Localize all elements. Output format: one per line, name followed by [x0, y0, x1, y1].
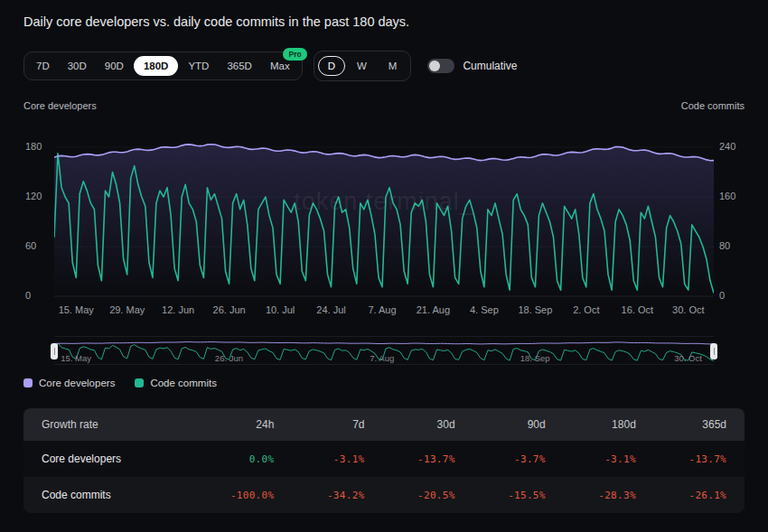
x-axis-label: 15. May: [59, 304, 95, 315]
legend-label: Core developers: [39, 378, 115, 388]
legend-item-code-commits[interactable]: Code commits: [135, 378, 217, 388]
y-axis-tick-right: 80: [719, 240, 730, 251]
x-axis-label: 7. Aug: [368, 304, 396, 315]
growth-rate-table: Growth rate 24h 7d 30d 90d 180d 365d Cor…: [23, 408, 745, 513]
table-header-cell: 180d: [564, 408, 654, 441]
x-axis-label: 30. Oct: [672, 304, 704, 315]
x-axis-label: 18. Sep: [518, 304, 552, 315]
y-axis-tick-right: 160: [719, 191, 735, 201]
frequency-button-monthly[interactable]: M: [379, 55, 407, 77]
code-commits-swatch-icon: [135, 378, 144, 387]
y-axis-tick-left: 180: [25, 141, 42, 152]
range-button-max-label: Max: [270, 61, 290, 71]
x-axis-label: 29. May: [109, 304, 145, 315]
table-cell: -26.1%: [654, 477, 745, 513]
x-axis-label: 10. Jul: [266, 304, 295, 315]
table-cell: -15.5%: [473, 477, 564, 513]
left-axis-title: Core developers: [23, 100, 97, 111]
cumulative-toggle[interactable]: [427, 59, 454, 73]
x-axis-label: 26. Jun: [213, 304, 246, 315]
table-header-cell: Growth rate: [23, 408, 192, 441]
core-developers-swatch-icon: [23, 378, 33, 387]
range-button-max[interactable]: Max Pro: [262, 56, 298, 76]
range-button-7d[interactable]: 7D: [28, 56, 58, 76]
y-axis-tick-left: 60: [25, 240, 36, 251]
table-cell: -34.2%: [292, 477, 382, 513]
x-axis-label: 12. Jun: [162, 304, 194, 315]
table-cell: -3.1%: [292, 441, 382, 477]
y-axis-tick-right: 240: [719, 141, 735, 152]
table-cell: -100.0%: [192, 477, 292, 513]
table-header-cell: 24h: [192, 408, 292, 441]
frequency-button-daily[interactable]: D: [318, 56, 345, 76]
navigator-date-label: 15. May: [61, 353, 91, 363]
range-button-90d[interactable]: 90D: [97, 56, 132, 76]
range-button-180d[interactable]: 180D: [134, 56, 179, 76]
table-header-cell: 30d: [382, 408, 473, 441]
y-axis-tick-left: 120: [25, 191, 42, 201]
y-axis-tick-left: 0: [25, 290, 31, 301]
table-cell: -20.5%: [382, 477, 473, 513]
table-header-row: Growth rate 24h 7d 30d 90d 180d 365d: [23, 408, 745, 441]
toggle-knob: [429, 61, 440, 71]
table-header-cell: 90d: [473, 408, 564, 441]
navigator[interactable]: 15. May 26. Jun 7. Aug 18. Sep 30. Oct: [54, 336, 714, 365]
time-range-selector: 7D 30D 90D 180D YTD 365D Max Pro: [23, 51, 303, 80]
range-button-ytd[interactable]: YTD: [180, 56, 217, 76]
navigator-date-label: 30. Oct: [674, 353, 702, 363]
navigator-handle-right[interactable]: [710, 343, 717, 359]
table-row: Code commits -100.0% -34.2% -20.5% -15.5…: [23, 477, 745, 513]
table-cell: -13.7%: [654, 441, 745, 477]
main-chart[interactable]: 15. May29. May12. Jun26. Jun10. Jul24. J…: [54, 135, 714, 318]
range-button-365d[interactable]: 365D: [219, 56, 260, 76]
frequency-selector: D W M: [314, 51, 412, 81]
legend-item-core-developers[interactable]: Core developers: [23, 378, 115, 388]
table-header-cell: 7d: [292, 408, 382, 441]
table-cell: 0.0%: [192, 441, 292, 477]
navigator-date-label: 7. Aug: [370, 353, 394, 363]
cumulative-toggle-wrap[interactable]: Cumulative: [427, 59, 517, 73]
x-axis-label: 24. Jul: [316, 304, 345, 315]
table-cell: -3.7%: [473, 441, 564, 477]
navigator-date-label: 18. Sep: [520, 353, 550, 363]
right-axis-title: Code commits: [681, 100, 745, 111]
table-cell: -3.1%: [564, 441, 654, 477]
table-cell: -28.3%: [564, 477, 654, 513]
navigator-handle-left[interactable]: [51, 343, 58, 359]
chart-controls: 7D 30D 90D 180D YTD 365D Max Pro D W M C…: [23, 51, 517, 81]
dashboard: Daily core developers vs. daily code com…: [0, 0, 768, 532]
pro-badge: Pro: [283, 48, 306, 61]
chart-legend: Core developers Code commits: [23, 378, 217, 388]
x-axis-label: 21. Aug: [417, 304, 450, 315]
table-header-cell: 365d: [654, 408, 745, 441]
x-axis-label: 16. Oct: [622, 304, 653, 315]
table-row-label: Core developers: [23, 441, 192, 477]
table-row-label: Code commits: [23, 477, 192, 513]
frequency-button-weekly[interactable]: W: [347, 55, 377, 77]
x-axis-label: 4. Sep: [470, 304, 499, 315]
cumulative-label: Cumulative: [463, 60, 517, 72]
range-button-30d[interactable]: 30D: [60, 56, 95, 76]
navigator-date-label: 26. Jun: [215, 353, 243, 363]
page-title: Daily core developers vs. daily code com…: [23, 14, 409, 29]
table-row: Core developers 0.0% -3.1% -13.7% -3.7% …: [23, 441, 745, 477]
x-axis-label: 2. Oct: [573, 304, 599, 315]
legend-label: Code commits: [150, 378, 217, 388]
y-axis-tick-right: 0: [719, 290, 725, 301]
table-cell: -13.7%: [382, 441, 473, 477]
